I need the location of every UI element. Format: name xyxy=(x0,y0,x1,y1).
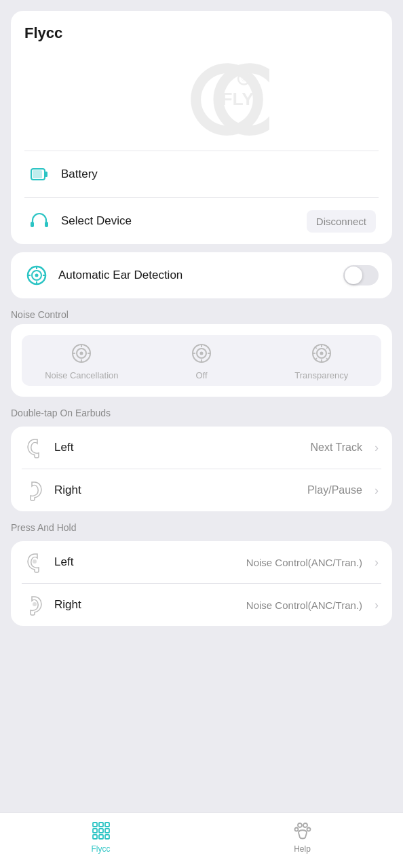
svg-rect-47 xyxy=(105,829,109,833)
auto-ear-detection-row: Automatic Ear Detection xyxy=(22,252,381,298)
bottom-nav: Flycc Help xyxy=(0,812,403,868)
headphones-icon xyxy=(27,209,52,233)
double-tap-right-row[interactable]: Right Play/Pause › xyxy=(22,469,381,511)
nav-help[interactable]: Help xyxy=(202,820,403,854)
noise-option-transparency[interactable]: Transparency xyxy=(261,340,381,380)
toggle-knob xyxy=(345,267,362,284)
nav-help-label: Help xyxy=(294,844,311,854)
svg-point-31 xyxy=(320,352,323,355)
chevron-right-press-hold-left: › xyxy=(375,555,379,570)
double-tap-section-label: Double-tap On Earbuds xyxy=(11,408,392,418)
battery-icon xyxy=(27,162,52,186)
off-label: Off xyxy=(195,370,207,380)
select-device-row: Select Device Disconnect xyxy=(24,198,379,244)
svg-point-54 xyxy=(307,828,310,831)
svg-rect-48 xyxy=(93,835,97,839)
flycc-logo: FLY ® xyxy=(134,59,269,140)
ear-detection-icon xyxy=(24,263,49,288)
svg-point-51 xyxy=(298,823,302,827)
svg-point-40 xyxy=(33,559,37,564)
chevron-right-double-tap-left: › xyxy=(375,441,379,455)
select-device-label: Select Device xyxy=(61,214,297,228)
auto-ear-detection-label: Automatic Ear Detection xyxy=(58,269,334,282)
app-title: Flycc xyxy=(24,24,379,42)
press-hold-right-label: Right xyxy=(54,598,237,612)
anc-label: Noise Cancellation xyxy=(45,370,118,380)
top-card: Flycc FLY ® B xyxy=(11,11,392,244)
auto-ear-detection-toggle[interactable] xyxy=(343,265,379,285)
svg-rect-50 xyxy=(105,835,109,839)
double-tap-right-label: Right xyxy=(54,484,298,497)
press-hold-right-row[interactable]: Right Noise Control(ANC/Tran.) › xyxy=(22,584,381,626)
nav-flycc[interactable]: Flycc xyxy=(0,820,202,854)
svg-point-10 xyxy=(35,274,39,277)
svg-point-17 xyxy=(80,352,83,355)
double-tap-left-row[interactable]: Left Next Track › xyxy=(22,427,381,469)
svg-text:FLY: FLY xyxy=(221,89,254,109)
earbud-left-icon xyxy=(24,437,45,458)
press-hold-right-earbud-icon xyxy=(24,595,45,615)
svg-rect-4 xyxy=(45,172,47,177)
press-hold-card: Left Noise Control(ANC/Tran.) › Right No… xyxy=(11,541,392,626)
transparency-label: Transparency xyxy=(294,370,348,380)
disconnect-button[interactable]: Disconnect xyxy=(307,210,376,233)
press-hold-left-action: Noise Control(ANC/Tran.) xyxy=(246,557,362,568)
svg-rect-43 xyxy=(99,823,103,827)
svg-point-52 xyxy=(303,823,307,827)
chevron-right-press-hold-right: › xyxy=(375,598,379,612)
noise-option-anc[interactable]: Noise Cancellation xyxy=(22,340,142,380)
svg-rect-46 xyxy=(99,829,103,833)
nav-help-icon xyxy=(292,820,313,842)
noise-control-section-label: Noise Control xyxy=(11,309,392,320)
press-hold-left-row[interactable]: Left Noise Control(ANC/Tran.) › xyxy=(22,541,381,583)
svg-point-24 xyxy=(200,352,204,355)
svg-rect-45 xyxy=(93,829,97,833)
press-hold-section-label: Press And Hold xyxy=(11,522,392,533)
svg-rect-7 xyxy=(45,222,48,227)
double-tap-left-action: Next Track xyxy=(311,441,362,454)
noise-control-card: Noise Cancellation Off xyxy=(11,324,392,397)
svg-rect-44 xyxy=(105,823,109,827)
logo-area: FLY ® xyxy=(24,49,379,151)
chevron-right-double-tap-right: › xyxy=(375,484,379,498)
battery-label: Battery xyxy=(61,167,376,181)
press-hold-left-earbud-icon xyxy=(24,552,45,572)
svg-point-41 xyxy=(33,602,37,606)
battery-row: Battery xyxy=(24,151,379,197)
press-hold-left-label: Left xyxy=(54,555,237,569)
off-icon xyxy=(189,340,214,366)
svg-rect-49 xyxy=(99,835,103,839)
nav-flycc-icon xyxy=(90,820,112,842)
press-hold-right-action: Noise Control(ANC/Tran.) xyxy=(246,599,362,611)
svg-rect-6 xyxy=(31,222,34,227)
noise-options-group: Noise Cancellation Off xyxy=(22,335,381,386)
svg-rect-5 xyxy=(33,170,42,178)
svg-point-53 xyxy=(294,828,298,831)
svg-text:®: ® xyxy=(242,76,246,83)
double-tap-right-action: Play/Pause xyxy=(307,484,362,496)
earbud-right-icon xyxy=(24,480,45,500)
anc-icon xyxy=(69,340,94,366)
nav-flycc-label: Flycc xyxy=(92,844,111,854)
double-tap-left-label: Left xyxy=(54,441,301,454)
auto-ear-detection-card: Automatic Ear Detection xyxy=(11,252,392,298)
double-tap-card: Left Next Track › Right Play/Pause › xyxy=(11,427,392,511)
svg-rect-42 xyxy=(93,823,97,827)
noise-option-off[interactable]: Off xyxy=(142,340,262,380)
transparency-icon xyxy=(309,340,334,366)
